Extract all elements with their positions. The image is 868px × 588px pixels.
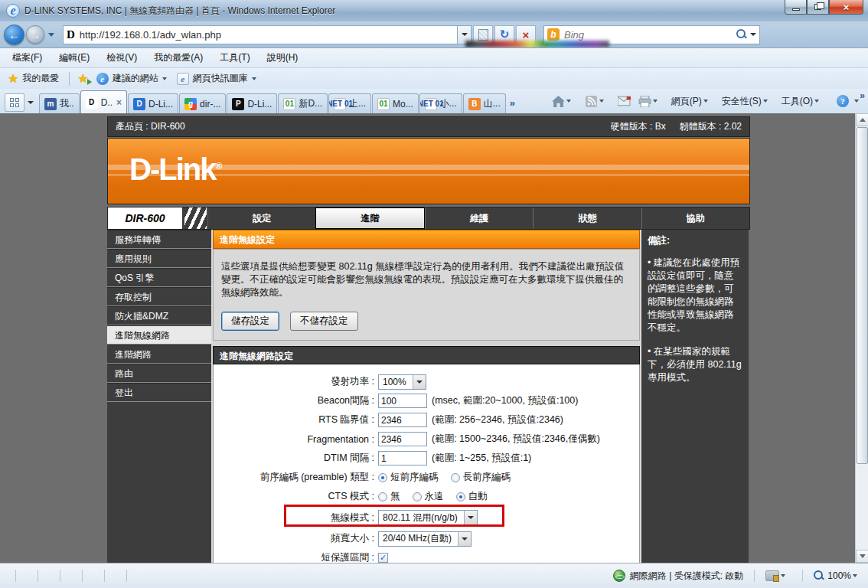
bandwidth-label: 頻寬大小 : [214,532,378,545]
restore-icon [814,4,821,10]
sidebar-item-routing[interactable]: 路由 [107,364,211,383]
notes-bullet-2: • 在某些國家的規範下，必須使用 802.11g 專用模式。 [648,345,742,384]
tools-menu-button[interactable]: 工具(O) [782,95,825,108]
safety-menu-button[interactable]: 安全性(S) [722,95,774,108]
chevron-down-icon [28,101,34,104]
vertical-scrollbar[interactable] [855,113,868,563]
tab-dlink-active[interactable]: D D.. × [80,90,127,113]
rts-input[interactable] [378,413,427,427]
tab-bar: m 我.. D D.. × D D-Li... g dir-... P D-Li… [0,89,868,113]
notes-bullet-1: • 建議您在此處使用預設設定值即可，隨意的調整這些參數，可能限制您的無線網路性能… [648,256,742,335]
close-button[interactable]: × [829,0,863,15]
chevron-down-icon[interactable] [781,574,785,577]
tab-dir-search[interactable]: g dir-... [179,93,226,113]
read-mail-button[interactable] [618,96,631,107]
menu-edit[interactable]: 編輯(E) [59,51,90,64]
add-favorite-icon[interactable]: ★ [77,71,88,86]
favorites-star-icon: ★ [8,71,18,86]
tab-mo[interactable]: 01 Mo... [372,93,419,113]
search-options-dropdown[interactable] [750,33,756,36]
tab-net01-1[interactable]: NET 01 上... [328,93,371,113]
long-preamble-radio[interactable] [451,473,460,482]
tab-blogger[interactable]: B 山... [463,93,506,113]
tab-list-dropdown[interactable] [25,93,36,112]
home-button[interactable] [552,96,577,107]
sidebar-item-access-control[interactable]: 存取控制 [107,287,211,306]
sidebar-item-logout[interactable]: 登出 [107,383,211,402]
cts-auto-radio[interactable] [456,492,465,501]
chevron-down-icon[interactable] [252,77,256,80]
sidebar-item-advanced-network[interactable]: 進階網路 [107,345,211,364]
sidebar-item-application-rules[interactable]: 應用規則 [107,249,211,268]
scroll-down-button[interactable] [856,550,868,563]
menu-help[interactable]: 說明(H) [267,51,299,64]
beacon-input[interactable] [378,394,427,408]
compatibility-view-icon [478,29,488,41]
restore-button[interactable] [807,0,829,15]
wireless-mode-select[interactable]: 802.11 混用(n/g/b) [378,510,478,525]
cts-none-radio[interactable] [378,492,387,501]
zoom-level[interactable]: 100% [827,570,851,581]
short-gi-checkbox[interactable]: ✓ [378,553,388,563]
tab-new-d[interactable]: 01 新D... [278,93,328,113]
recent-pages-dropdown[interactable] [48,33,54,37]
fragmentation-input[interactable] [378,432,427,446]
tab-close-icon[interactable]: × [116,97,122,108]
tab-status[interactable]: 狀態 [533,207,641,229]
menu-view[interactable]: 檢視(V) [106,51,137,64]
search-icon[interactable] [736,29,747,40]
chevron-down-icon [464,511,477,524]
tab-mobile01[interactable]: m 我.. [39,93,80,113]
menu-tools[interactable]: 工具(T) [220,51,250,64]
suggested-sites-button[interactable]: 建議的網站 [113,72,158,85]
sidebar-item-port-forwarding[interactable]: 服務埠轉傳 [107,230,211,249]
sidebar-item-advanced-wireless[interactable]: 進階無線網路 [107,325,211,345]
tab-dlink-3[interactable]: P D-Li... [227,93,277,113]
zoom-icon[interactable] [814,570,824,581]
menu-favorites[interactable]: 我的最愛(A) [154,51,203,64]
url-input[interactable] [80,29,454,41]
chevron-down-icon[interactable] [162,77,167,80]
tab-setup[interactable]: 設定 [207,207,315,229]
favorites-button[interactable]: 我的最愛 [22,72,59,85]
scrollbar-thumb[interactable] [857,127,868,464]
page-menu-button[interactable]: 網頁(P) [671,95,714,108]
tab-maintenance[interactable]: 維護 [425,207,533,229]
save-settings-button[interactable]: 儲存設定 [221,312,279,331]
quick-tabs-button[interactable] [5,93,24,112]
tab-dlink-2[interactable]: D D-Li... [128,93,178,113]
tx-power-select[interactable]: 100% [378,374,426,390]
chevron-down-icon [653,100,658,103]
tab-overflow-button[interactable]: » [510,97,515,109]
back-button[interactable]: ← [4,24,24,45]
address-bar[interactable]: D [63,25,458,44]
dlink-blue-icon: D [133,98,145,110]
short-preamble-radio[interactable] [378,473,387,482]
description-panel: 這些選項是提供給想要變更 802.11g 無線標準設定行為的使用者利用。我們不建… [213,249,640,341]
minimize-button[interactable] [785,0,807,15]
main-content: 進階無線設定 這些選項是提供給想要變更 802.11g 無線標準設定行為的使用者… [213,230,641,563]
sidebar-item-firewall-dmz[interactable]: 防火牆&DMZ [107,306,211,325]
sidebar-item-qos-engine[interactable]: QoS 引擎 [107,268,211,287]
tab-advanced[interactable]: 進階 [315,207,424,229]
dont-save-settings-button[interactable]: 不儲存設定 [290,312,358,331]
form-row-bandwidth: 頻寬大小 : 20/40 MHz(自動) [214,529,639,548]
tab-help[interactable]: 協助 [641,207,749,229]
dtim-input[interactable] [378,451,427,466]
tab-net01-2[interactable]: NET 01 小... [419,93,462,113]
web-slices-button[interactable]: 網頁快訊圖庫 [193,72,248,85]
feeds-button[interactable] [585,96,610,107]
search-input[interactable] [564,29,733,41]
forward-button[interactable]: → [26,25,44,44]
form-row-preamble: 前序編碼 (preamble) 類型 : 短前序編碼 長前序編碼 [214,468,639,487]
cts-always-radio[interactable] [413,492,422,501]
command-overflow-button[interactable]: » [860,90,865,101]
form-row-fragmentation: Fragmentation : (範圍: 1500~2346, 預設值:2346… [214,430,639,449]
print-button[interactable] [638,96,664,107]
chevron-down-icon[interactable] [853,574,857,577]
menu-file[interactable]: 檔案(F) [12,51,42,64]
bandwidth-select[interactable]: 20/40 MHz(自動) [378,531,472,547]
protected-mode-icon[interactable] [765,570,779,581]
scroll-up-button[interactable] [856,113,868,126]
menu-bar: 檔案(F) 編輯(E) 檢視(V) 我的最愛(A) 工具(T) 說明(H) [0,47,868,67]
